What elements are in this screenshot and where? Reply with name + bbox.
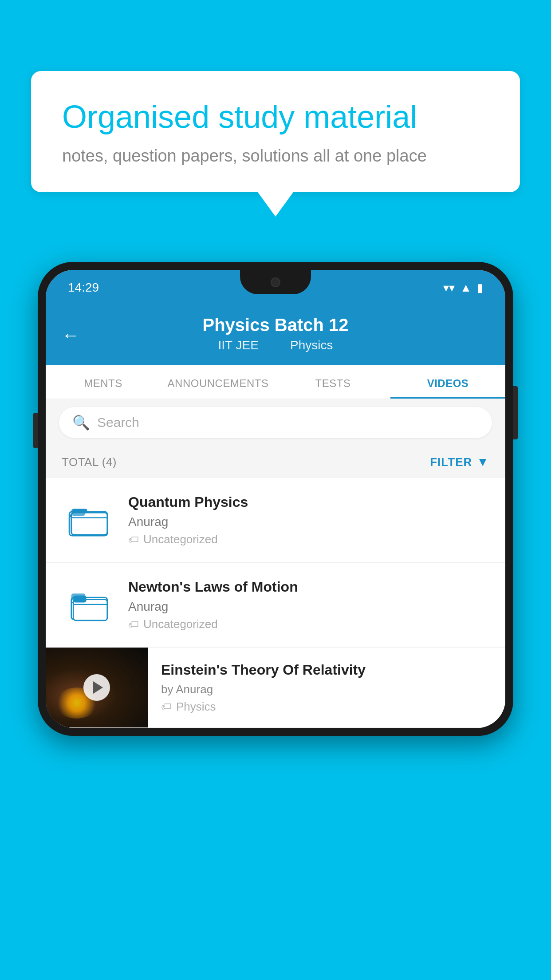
app-title: Physics Batch 12 (63, 314, 488, 336)
item-author: by Anurag (161, 683, 492, 696)
phone-notch (240, 270, 311, 294)
search-input-wrapper[interactable]: 🔍 Search (59, 407, 492, 438)
tab-videos[interactable]: VIDEOS (390, 365, 505, 399)
filter-icon: ▼ (476, 455, 489, 469)
item-title: Newton's Laws of Motion (128, 579, 489, 595)
filter-label: FILTER (430, 455, 472, 469)
back-button[interactable]: ← (62, 325, 79, 345)
tag-label: Physics (176, 700, 216, 714)
filter-row: TOTAL (4) FILTER ▼ (46, 446, 505, 478)
svg-rect-3 (71, 513, 107, 535)
speech-bubble-card: Organised study material notes, question… (31, 71, 520, 192)
svg-rect-8 (73, 596, 86, 603)
item-tag-row: 🏷 Uncategorized (128, 533, 489, 546)
tag-icon: 🏷 (161, 700, 172, 713)
signal-icon: ▲ (460, 281, 472, 295)
subtitle-sep (271, 338, 281, 352)
video-list: Quantum Physics Anurag 🏷 Uncategorized (46, 478, 505, 728)
phone-outer-frame: 14:29 ▾▾ ▲ ▮ ← Physics Batch 12 IIT JEE … (38, 262, 513, 736)
item-author: Anurag (128, 515, 489, 529)
item-author: Anurag (128, 600, 489, 614)
item-info: Quantum Physics Anurag 🏷 Uncategorized (128, 494, 489, 546)
app-subtitle: IIT JEE Physics (63, 338, 488, 352)
speech-bubble-section: Organised study material notes, question… (31, 71, 520, 217)
search-bar-section: 🔍 Search (46, 399, 505, 446)
tab-tests[interactable]: TESTS (276, 365, 390, 399)
speech-bubble-title: Organised study material (62, 98, 489, 136)
speech-bubble-subtitle: notes, question papers, solutions all at… (62, 146, 489, 166)
play-triangle-icon (93, 681, 103, 694)
tab-ments[interactable]: MENTS (46, 365, 161, 399)
folder-icon (68, 585, 108, 625)
svg-rect-4 (71, 509, 86, 516)
camera-dot (271, 277, 280, 287)
filter-button[interactable]: FILTER ▼ (430, 455, 489, 469)
einstein-info: Einstein's Theory Of Relativity by Anura… (148, 649, 505, 726)
tag-label: Uncategorized (143, 617, 218, 631)
search-icon: 🔍 (72, 414, 90, 431)
status-bar: 14:29 ▾▾ ▲ ▮ (46, 270, 505, 305)
item-title: Quantum Physics (128, 494, 489, 510)
item-thumbnail (62, 498, 115, 542)
status-time: 14:29 (68, 281, 99, 295)
svg-rect-7 (73, 600, 107, 620)
status-icons: ▾▾ ▲ ▮ (443, 281, 483, 295)
list-item[interactable]: Newton's Laws of Motion Anurag 🏷 Uncateg… (46, 563, 505, 648)
list-item[interactable]: Quantum Physics Anurag 🏷 Uncategorized (46, 478, 505, 563)
item-info: Newton's Laws of Motion Anurag 🏷 Uncateg… (128, 579, 489, 631)
tag-icon: 🏷 (128, 618, 139, 631)
wifi-icon: ▾▾ (443, 281, 455, 295)
item-tag-row: 🏷 Uncategorized (128, 617, 489, 631)
list-item[interactable]: Einstein's Theory Of Relativity by Anura… (46, 648, 505, 728)
search-placeholder-text: Search (97, 415, 139, 430)
play-button[interactable] (83, 674, 110, 701)
folder-icon (68, 500, 108, 540)
battery-icon: ▮ (477, 281, 483, 295)
total-count-label: TOTAL (4) (62, 455, 117, 469)
tag-icon: 🏷 (128, 533, 139, 546)
item-title: Einstein's Theory Of Relativity (161, 662, 492, 678)
subtitle-physics: Physics (290, 338, 333, 352)
item-thumbnail (62, 583, 115, 627)
tab-bar: MENTS ANNOUNCEMENTS TESTS VIDEOS (46, 365, 505, 399)
tab-announcements[interactable]: ANNOUNCEMENTS (161, 365, 276, 399)
item-tag-row: 🏷 Physics (161, 700, 492, 714)
phone-screen: 14:29 ▾▾ ▲ ▮ ← Physics Batch 12 IIT JEE … (46, 270, 505, 728)
einstein-thumbnail (46, 648, 148, 727)
phone-mockup: 14:29 ▾▾ ▲ ▮ ← Physics Batch 12 IIT JEE … (38, 262, 513, 736)
speech-bubble-arrow (258, 192, 293, 217)
subtitle-iit: IIT JEE (218, 338, 259, 352)
tag-label: Uncategorized (143, 533, 218, 546)
app-header: ← Physics Batch 12 IIT JEE Physics (46, 305, 505, 365)
